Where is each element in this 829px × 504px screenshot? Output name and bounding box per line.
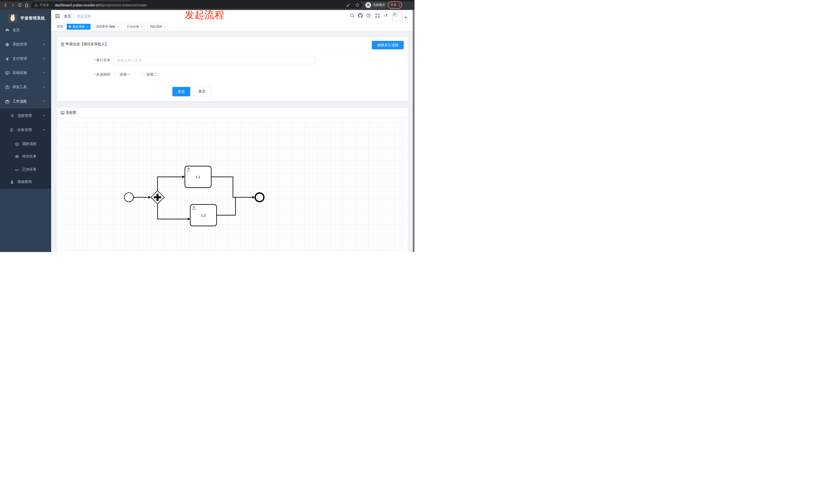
- required-star: *: [94, 58, 96, 62]
- browser-home-button[interactable]: [23, 2, 30, 8]
- incognito-icon: [365, 2, 371, 8]
- sidebar-item-infrastructure[interactable]: 基础设施: [0, 67, 51, 79]
- chevron-down-icon: [42, 114, 45, 118]
- svg-text:?: ?: [368, 14, 369, 17]
- tags-view-bar: 首页 发起流程 × 流程表单-编辑 × 已办任务 × 我的流程 ×: [51, 23, 413, 31]
- user-avatar[interactable]: [392, 11, 402, 21]
- tag-label: 发起流程: [72, 25, 85, 29]
- browser-forward-button[interactable]: [9, 2, 16, 8]
- fullscreen-icon[interactable]: [375, 13, 380, 19]
- eye-closed-icon: [14, 167, 19, 172]
- bookmark-star-icon[interactable]: [355, 3, 360, 7]
- chevron-down-icon: [42, 85, 45, 89]
- list-tree-icon: [10, 114, 14, 118]
- address-bar[interactable]: 不安全 dashboard.yudao.iocoder.cn/bpm/proce…: [31, 2, 362, 8]
- github-icon[interactable]: [358, 13, 363, 19]
- close-icon[interactable]: ×: [141, 25, 143, 28]
- sidebar-item-system[interactable]: 系统管理: [0, 39, 51, 50]
- tag-create-process[interactable]: 发起流程 ×: [67, 24, 91, 30]
- card-header: 流程图: [57, 108, 408, 118]
- avatar-dropdown-caret[interactable]: [404, 17, 407, 18]
- sidebar-item-payment[interactable]: 支付管理: [0, 53, 51, 65]
- sidebar-item-label: 支付管理: [12, 56, 27, 61]
- update-label: 更新: [391, 3, 397, 7]
- help-icon[interactable]: ?: [366, 13, 371, 19]
- checkbox-icon[interactable]: [140, 73, 144, 76]
- password-key-icon[interactable]: [346, 3, 351, 7]
- breadcrumb: 首页 / 发起流程: [64, 14, 91, 18]
- bpmn-user-task-1-2: 1.2: [190, 204, 217, 226]
- broken-image-icon: [393, 12, 398, 17]
- browser-menu-icon[interactable]: [399, 3, 400, 7]
- tag-label: 流程表单-编辑: [96, 25, 115, 29]
- tag-form-edit[interactable]: 流程表单-编辑 ×: [94, 24, 121, 30]
- forward-icon: [11, 3, 15, 7]
- sidebar-item-todo-tasks[interactable]: 待办任务: [0, 151, 51, 162]
- sidebar-item-task-management[interactable]: 任务管理: [0, 124, 51, 136]
- breadcrumb-separator: /: [73, 14, 74, 18]
- card-title-row: 申请信息【测试多审批人】: [61, 42, 108, 46]
- checkbox-option-1[interactable]: 选项一: [113, 72, 130, 77]
- monitor-icon: [5, 71, 9, 75]
- sidebar-item-home[interactable]: 首页: [0, 24, 51, 36]
- url-host: dashboard.yudao.iocoder.cn: [55, 3, 100, 7]
- user-icon: [10, 180, 14, 184]
- close-icon[interactable]: ×: [117, 25, 119, 28]
- checkbox-option-2[interactable]: 选项二: [140, 72, 157, 77]
- sidebar-item-dev-tools[interactable]: 研发工具: [0, 81, 51, 93]
- close-icon[interactable]: ×: [86, 25, 88, 28]
- tag-home[interactable]: 首页: [55, 24, 66, 30]
- sidebar: 芋道管理系统 首页 系统管理 支付管理 基础设施 研发工具: [0, 10, 51, 252]
- checkbox-label: 选项二: [146, 72, 157, 77]
- bpmn-canvas[interactable]: 1.1 1.2: [62, 122, 403, 252]
- browser-back-button[interactable]: [2, 2, 9, 8]
- tag-my-process[interactable]: 我的流程 ×: [148, 24, 168, 30]
- submit-button[interactable]: 提交: [172, 87, 190, 96]
- tag-done-tasks[interactable]: 已办任务 ×: [124, 24, 145, 30]
- incognito-badge: 无痕模式: [364, 1, 386, 9]
- card-title-row: 流程图: [61, 110, 76, 115]
- search-icon[interactable]: [350, 13, 354, 19]
- reset-button[interactable]: 重置: [193, 87, 211, 96]
- checkbox-icon[interactable]: [113, 73, 117, 76]
- sidebar-item-label: 工作流程: [12, 99, 27, 104]
- checkbox-label: 选项一: [119, 72, 130, 77]
- security-badge[interactable]: 不安全: [31, 3, 49, 7]
- browser-reload-button[interactable]: [16, 2, 23, 8]
- sidebar-item-workflow[interactable]: 工作流程: [0, 95, 51, 107]
- sidebar-item-leave-query[interactable]: 请假查询: [0, 176, 51, 188]
- eye-icon: [14, 154, 19, 159]
- text-field-row: *单行文本: [57, 56, 408, 65]
- single-line-text-input[interactable]: [113, 56, 316, 65]
- browser-update-button[interactable]: 更新: [388, 1, 402, 9]
- font-size-icon[interactable]: TT: [383, 13, 389, 19]
- not-secure-warning-icon: [34, 3, 38, 7]
- incognito-label: 无痕模式: [373, 3, 385, 7]
- page-scrollbar[interactable]: [413, 10, 414, 252]
- sidebar-item-label: 请假查询: [17, 180, 32, 184]
- annotation-text: 发起流程: [185, 8, 224, 22]
- task-label: 1.2: [201, 214, 206, 217]
- switch-process-button[interactable]: 选择其它流程: [372, 41, 404, 49]
- chevron-down-icon: [42, 71, 45, 75]
- image-icon: [61, 111, 65, 115]
- chevron-down-icon: [42, 42, 45, 46]
- sidebar-item-label: 流程管理: [17, 114, 32, 118]
- home-icon: [25, 3, 29, 7]
- breadcrumb-home[interactable]: 首页: [64, 14, 71, 18]
- sidebar-item-my-process[interactable]: 我的流程: [0, 138, 51, 150]
- briefcase-icon: [5, 99, 9, 104]
- sidebar-item-done-tasks[interactable]: 已办任务: [0, 163, 51, 175]
- text-field-label: *单行文本: [57, 58, 113, 63]
- sidebar-item-process-management[interactable]: 流程管理: [0, 110, 51, 122]
- gear-icon: [5, 42, 9, 47]
- bpmn-start-event: [124, 193, 134, 202]
- breadcrumb-current: 发起流程: [77, 14, 91, 18]
- sidebar-logo-row[interactable]: 芋道管理系统: [0, 12, 51, 24]
- sidebar-collapse-button[interactable]: [55, 14, 60, 18]
- close-icon[interactable]: ×: [164, 25, 166, 28]
- flow-node-icon: [10, 128, 14, 132]
- svg-text:T: T: [385, 14, 388, 18]
- checkbox-group-row: *多选框组 选项一 选项二: [57, 72, 408, 77]
- svg-text:T: T: [384, 15, 385, 17]
